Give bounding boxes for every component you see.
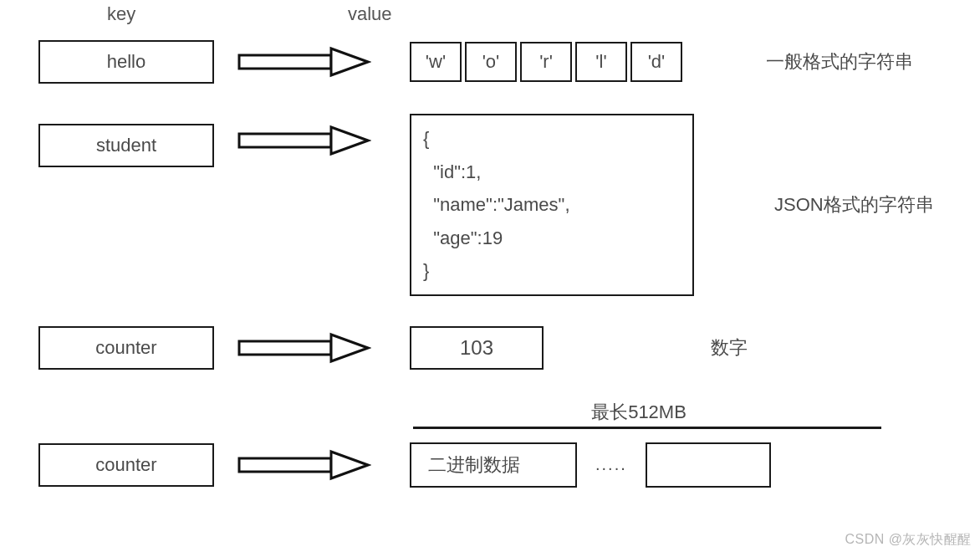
column-headers: key value <box>30 3 950 25</box>
char-cell: 'o' <box>465 42 517 82</box>
svg-rect-0 <box>239 55 331 69</box>
row-desc: JSON格式的字符串 <box>694 192 950 217</box>
key-box: counter <box>38 326 214 370</box>
arrow-icon <box>237 124 371 157</box>
ellipsis: ..... <box>595 455 627 474</box>
svg-marker-7 <box>331 452 368 478</box>
row-desc: 数字 <box>544 335 950 360</box>
key-box: student <box>38 124 214 167</box>
svg-rect-6 <box>239 458 331 472</box>
row-string: hello 'w' 'o' 'r' 'l' 'd' 一般格式的字符串 <box>30 40 950 84</box>
json-box: { "id":1, "name":"James", "age":19 } <box>410 114 694 296</box>
max-length-label: 最长512MB <box>413 400 865 425</box>
number-box: 103 <box>410 326 544 370</box>
key-box: counter <box>38 443 214 487</box>
arrow-icon <box>237 45 371 79</box>
header-key: key <box>30 3 248 25</box>
header-value: value <box>248 3 624 25</box>
binary-box-empty <box>646 442 771 488</box>
key-label: counter <box>95 454 156 476</box>
binary-value: 二进制数据 ..... <box>410 442 771 488</box>
svg-rect-4 <box>239 341 331 355</box>
char-cell: 'l' <box>575 42 627 82</box>
watermark: CSDN @灰灰快醒醒 <box>845 531 972 549</box>
key-label: hello <box>107 51 145 73</box>
svg-rect-2 <box>239 134 331 147</box>
char-cell: 'd' <box>630 42 682 82</box>
key-label: counter <box>95 337 156 359</box>
svg-marker-1 <box>331 49 368 75</box>
arrow-icon <box>237 448 371 482</box>
svg-marker-3 <box>331 127 368 154</box>
length-line <box>413 427 881 429</box>
key-box: hello <box>38 40 214 84</box>
row-desc: 一般格式的字符串 <box>686 49 950 74</box>
value-chars: 'w' 'o' 'r' 'l' 'd' <box>410 42 686 82</box>
row-binary: counter 二进制数据 ..... <box>30 442 950 488</box>
binary-box: 二进制数据 <box>410 442 577 488</box>
arrow-icon <box>237 331 371 365</box>
row-binary-group: 最长512MB <box>30 400 950 442</box>
row-number: counter 103 数字 <box>30 326 950 370</box>
char-cell: 'r' <box>520 42 572 82</box>
svg-marker-5 <box>331 335 368 361</box>
char-cell: 'w' <box>410 42 462 82</box>
row-json: student { "id":1, "name":"James", "age":… <box>30 114 950 296</box>
key-label: student <box>96 135 156 156</box>
